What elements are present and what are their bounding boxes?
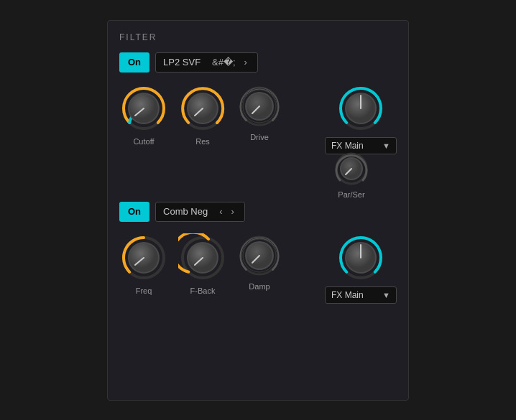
filter-panel: FILTER On LP2 SVF &#�; › — [107, 20, 409, 401]
fback-label: F-Back — [190, 286, 216, 295]
filter2-type-label: Comb Neg — [163, 206, 208, 217]
filter1-controls: On LP2 SVF &#�; › — [119, 52, 397, 73]
filter2-prev-arrow[interactable]: ‹ — [216, 205, 225, 218]
filter2-fx-dropdown[interactable]: FX Main ▼ — [325, 286, 397, 304]
filter1-on-button[interactable]: On — [119, 52, 149, 73]
filter1-fx-label: FX Main — [331, 141, 364, 151]
filter2-type-box: Comb Neg ‹ › — [155, 202, 245, 222]
filter1-fx-knob[interactable] — [336, 84, 385, 133]
drive-knob[interactable] — [237, 84, 282, 129]
filter2-next-arrow[interactable]: › — [229, 205, 237, 218]
filter2-fx-knob[interactable] — [336, 233, 385, 282]
filter1-nav-arrows: &#�; › — [209, 55, 250, 69]
filter1-next-arrow[interactable]: › — [241, 55, 250, 69]
damp-knob-container: Damp — [237, 233, 282, 291]
panel-title: FILTER — [119, 32, 397, 42]
damp-knob[interactable] — [237, 233, 282, 278]
parser-label: Par/Ser — [338, 190, 364, 199]
drive-knob-container: Drive — [237, 84, 282, 141]
filter2-controls: On Comb Neg ‹ › — [119, 202, 397, 222]
drive-label: Drive — [250, 133, 269, 141]
filter1-fx-chevron: ▼ — [382, 141, 390, 150]
cutoff-label: Cutoff — [133, 137, 154, 146]
freq-knob-container: Freq — [119, 233, 168, 295]
res-label: Res — [195, 137, 210, 146]
res-knob-container: Res — [178, 84, 227, 146]
filter1-type-label: LP2 SVF — [163, 57, 201, 67]
filter2-nav-arrows: ‹ › — [216, 205, 237, 218]
damp-label: Damp — [249, 282, 269, 291]
filter2-fx-label: FX Main — [331, 290, 364, 300]
filter2-on-button[interactable]: On — [119, 202, 149, 222]
res-knob[interactable] — [178, 84, 227, 133]
fback-knob[interactable] — [178, 233, 227, 282]
parser-knob[interactable] — [333, 150, 370, 187]
filter1-type-box: LP2 SVF &#�; › — [155, 52, 258, 73]
cutoff-knob[interactable] — [119, 84, 168, 133]
fback-knob-container: F-Back — [178, 233, 227, 295]
freq-label: Freq — [136, 286, 152, 295]
freq-knob[interactable] — [119, 233, 168, 282]
filter2-fx-chevron: ▼ — [382, 291, 390, 299]
filter1-prev-arrow[interactable]: &#�; — [209, 55, 239, 69]
cutoff-knob-container: Cutoff — [119, 84, 168, 146]
